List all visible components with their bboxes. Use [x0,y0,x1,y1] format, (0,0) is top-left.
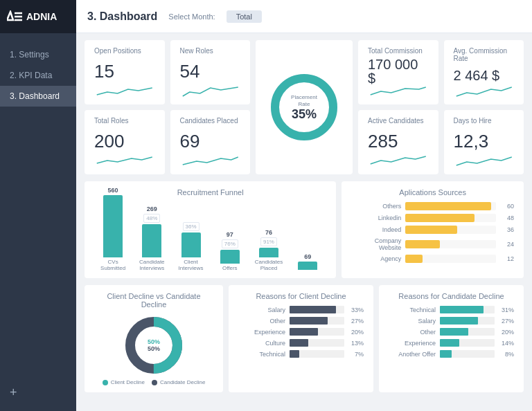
source-name-website: Company Website [351,237,401,251]
decline-card: Client Decline vs Candidate Decline 50% … [85,285,223,392]
decline-pct-candidate: 50% [148,345,160,352]
kpi-total-commission-value: 170 000 $ [368,57,429,85]
cand-reason-exp-val: 14% [499,340,514,347]
funnel-chart-card: Recruitment Funnel 560 CVs Submitted 269… [85,181,336,278]
funnel-pct-offers: 76% [222,239,238,248]
client-reason-exp-val: 20% [348,329,364,336]
app-sources-card: Aplications Sources Others 60 Linkedin [342,181,524,278]
svg-marker-0 [7,12,13,20]
funnel-val-final: 69 [304,253,311,260]
source-bar-wrap-indeed [405,226,496,234]
cand-reason-salary-bar [440,317,478,325]
source-name-indeed: Indeed [351,226,401,233]
cand-reason-other: Other 20% [389,328,514,336]
main-header: 3. Dashboard Select Month: Total [76,0,532,33]
source-name-others: Others [351,203,401,210]
source-row-website: Company Website 24 [351,237,514,251]
cand-reason-technical: Technical 31% [389,306,514,313]
client-reason-salary-name: Salary [238,307,285,313]
client-reason-exp-bar [290,328,318,336]
funnel-bar-cvs-rect [103,195,123,257]
sidebar: ADNIA 1. Settings 2. KPI Data 3. Dashboa… [0,0,76,411]
app-sources-list: Others 60 Linkedin 48 Inde [351,202,514,263]
sidebar-item-settings[interactable]: 1. Settings [0,44,76,65]
client-reason-culture-bar [290,339,308,347]
funnel-label-cvs: CVs Submitted [97,259,129,271]
kpi-active-candidates-value: 285 [368,132,429,150]
source-row-linkedin: Linkedin 48 [351,214,514,222]
client-reason-salary-val: 33% [348,307,364,313]
placement-donut: Placement Rate 35% [266,69,342,145]
client-reason-other-val: 27% [348,318,364,325]
funnel-val-cand: 269 [147,206,157,212]
funnel-bar-cand-interviews: 269 48% Candidate Interviews [136,206,168,271]
kpi-grid-left: Open Positions 15 New Roles 54 Total Rol… [85,40,250,174]
sidebar-logo: ADNIA [0,0,76,33]
source-bar-linkedin [405,214,474,222]
app-sources-title: Aplications Sources [351,188,514,197]
source-name-agency: Agency [351,255,401,262]
source-bar-agency [405,255,423,263]
legend-label-client: Client Decline [111,379,145,385]
source-bar-wrap-agency [405,255,496,263]
client-reason-salary: Salary 33% [238,306,364,313]
funnel-label-client: Client Interviews [175,259,206,271]
candidate-reasons-card: Reasons for Candidate Decline Technical … [379,285,524,392]
source-bar-others [405,202,491,210]
funnel-label-placed: Candidates Placed [253,259,285,271]
cand-reason-other-bar [440,328,468,336]
source-row-agency: Agency 12 [351,255,514,263]
sidebar-nav: 1. Settings 2. KPI Data 3. Dashboard [0,33,76,374]
client-reason-experience: Experience 20% [238,328,364,336]
kpi-new-roles: New Roles 54 [170,40,251,104]
client-reason-other-bar [290,317,328,325]
source-val-linkedin: 48 [500,214,514,221]
funnel-bar-final-rect [298,262,317,270]
source-val-website: 24 [500,241,514,248]
plus-button[interactable]: + [0,374,76,411]
client-reasons-card: Reasons for Client Decline Salary 33% Ot… [229,285,373,392]
source-row-others: Others 60 [351,202,514,210]
candidate-reasons-list: Technical 31% Salary 27% Other 20% [389,306,514,358]
kpi-new-roles-value: 54 [180,62,241,80]
funnel-val-placed: 76 [265,229,272,236]
kpi-section: Open Positions 15 New Roles 54 Total Rol… [85,40,524,174]
sidebar-item-dashboard[interactable]: 3. Dashboard [0,86,76,107]
cand-reason-experience: Experience 14% [389,339,514,347]
kpi-new-roles-label: New Roles [180,47,241,55]
source-bar-wrap-linkedin [405,214,496,222]
legend-candidate-decline: Candidate Decline [152,379,205,385]
main-area: 3. Dashboard Select Month: Total Open Po… [76,0,532,411]
legend-client-decline: Client Decline [103,379,145,385]
decline-legend: Client Decline Candidate Decline [94,379,213,385]
month-button[interactable]: Total [227,10,262,23]
funnel-label-offers: Offers [222,265,238,271]
client-reason-culture-name: Culture [238,340,285,347]
kpi-candidates-placed-label: Candidates Placed [180,117,241,125]
kpi-open-positions-label: Open Positions [94,47,155,55]
decline-pct-client: 50% [148,338,160,345]
kpi-total-roles: Total Roles 200 [85,110,165,174]
placement-rate-card: Placement Rate 35% [256,40,353,174]
funnel-bar-final: 69 [292,253,323,271]
adnia-logo-icon [7,10,22,23]
placement-donut-label: Placement Rate 35% [285,93,323,122]
funnel-val-cvs: 560 [108,187,118,194]
source-row-indeed: Indeed 36 [351,226,514,234]
charts-row: Recruitment Funnel 560 CVs Submitted 269… [85,181,524,278]
cand-reason-other-val: 20% [499,329,514,336]
sidebar-item-kpi[interactable]: 2. KPI Data [0,65,76,86]
cand-reason-technical-bar [440,306,484,313]
kpi-candidates-placed: Candidates Placed 69 [170,110,251,174]
funnel-pct-placed: 91% [260,237,277,246]
cand-reason-another-offer: Another Offer 8% [389,350,514,358]
bottom-row: Client Decline vs Candidate Decline 50% … [85,285,524,392]
kpi-days-to-hire: Days to Hire 12,3 [444,110,524,174]
client-reason-other: Other 27% [238,317,364,325]
cand-reason-other-name: Other [389,329,436,336]
placement-rate-value: 35% [285,107,323,122]
source-bar-indeed [405,226,457,234]
client-reason-technical-name: Technical [238,351,285,358]
legend-dot-candidate [152,380,157,385]
candidate-reasons-title: Reasons for Candidate Decline [389,292,514,300]
